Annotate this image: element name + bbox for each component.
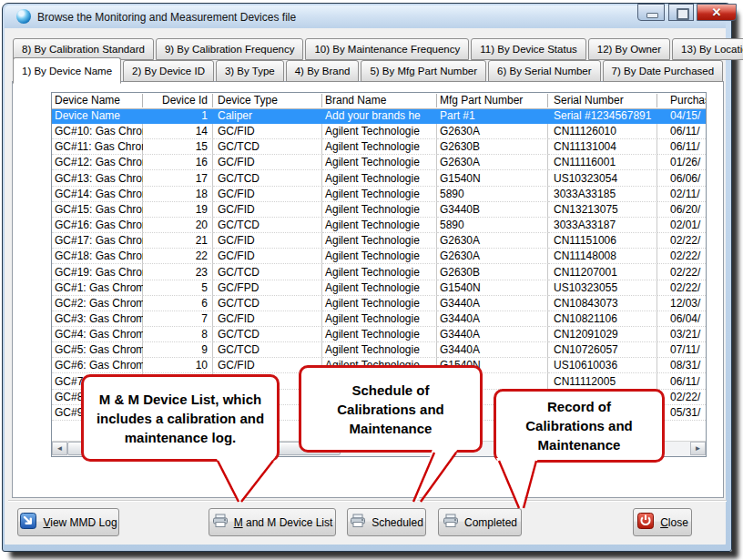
- table-cell: US10610036: [548, 358, 657, 373]
- table-cell: 02/22/: [657, 249, 707, 264]
- table-cell: 3033A33187: [548, 218, 657, 233]
- table-cell: Agilent Technologie: [322, 311, 437, 327]
- table-cell: 9: [143, 342, 213, 358]
- table-cell: Agilent Technologie: [322, 139, 437, 155]
- completed-label: Completed: [464, 516, 517, 529]
- table-cell: G3440A: [437, 311, 548, 327]
- table-cell: 6: [143, 296, 213, 311]
- column-header[interactable]: Purchased: [657, 93, 707, 108]
- table-cell: GC/FID: [213, 202, 322, 218]
- column-separator: [142, 94, 143, 107]
- table-cell: 02/22/: [657, 280, 707, 296]
- tab-9-by-calibration-frequency[interactable]: 9) By Calibration Frequency: [156, 38, 304, 60]
- table-cell: 21: [143, 233, 213, 249]
- table-row[interactable]: GC#18: Gas Chroma22GC/FIDAgilent Technol…: [52, 249, 707, 264]
- tab-10-by-maintenance-frequency[interactable]: 10) By Maintenance Frequency: [305, 38, 469, 60]
- window-title: Browse the Monitoring and Measurement De…: [37, 11, 296, 24]
- table-row[interactable]: GC#2: Gas Chromat6GC/TCDAgilent Technolo…: [52, 296, 707, 311]
- table-row[interactable]: GC#4: Gas Chromat8GC/TCDAgilent Technolo…: [52, 327, 707, 342]
- table-cell: 10: [143, 358, 213, 373]
- table-cell: GC#16: Gas Chroma: [52, 218, 143, 233]
- table-cell: GC/FID: [213, 311, 322, 327]
- table-cell: GC#6: Gas Chromat: [52, 358, 143, 373]
- table-cell: GC#4: Gas Chromat: [52, 327, 143, 342]
- close-button[interactable]: Close: [633, 508, 692, 536]
- table-cell: 18: [143, 187, 213, 202]
- table-cell: Agilent Technologie: [322, 218, 437, 233]
- table-row[interactable]: GC#19: Gas Chroma23GC/TCDAgilent Technol…: [52, 265, 707, 280]
- table-row[interactable]: GC#13: Gas Chroma17GC/TCDAgilent Technol…: [52, 171, 707, 187]
- table-cell: G2630A: [437, 155, 548, 170]
- column-header[interactable]: Serial Number: [548, 93, 657, 108]
- printer-icon: [212, 514, 229, 531]
- column-header[interactable]: Mfg Part Number: [437, 93, 548, 108]
- table-cell: GC#17: Gas Chroma: [52, 233, 143, 249]
- table-cell: Caliper: [213, 108, 322, 124]
- table-cell: GC#10: Gas Chroma: [52, 124, 143, 139]
- tab-12-by-owner[interactable]: 12) By Owner: [588, 38, 670, 60]
- table-cell: 23: [143, 265, 213, 280]
- table-cell: GC/FPD: [213, 280, 322, 296]
- column-header[interactable]: Device Type: [213, 93, 322, 108]
- table-cell: GC/TCD: [213, 296, 322, 311]
- table-row[interactable]: GC#1: Gas Chromat5GC/FPDAgilent Technolo…: [52, 280, 707, 296]
- tab-4-by-brand[interactable]: 4) By Brand: [286, 60, 360, 82]
- scroll-left-button[interactable]: ◄: [52, 442, 67, 455]
- table-cell: 8: [143, 327, 213, 342]
- table-cell: Agilent Technologie: [322, 124, 437, 139]
- table-cell: GC#15: Gas Chroma: [52, 202, 143, 218]
- table-cell: GC#14: Gas Chroma: [52, 187, 143, 202]
- table-row[interactable]: GC#15: Gas Chroma19GC/FIDAgilent Technol…: [52, 202, 707, 218]
- column-header[interactable]: Brand Name: [322, 93, 437, 108]
- view-mmd-log-button[interactable]: View MMD Log: [17, 508, 119, 536]
- table-cell: CN10843073: [548, 296, 657, 311]
- print-completed-button[interactable]: Completed: [438, 508, 522, 536]
- print-mm-device-list-button[interactable]: M and M Device List: [209, 508, 336, 536]
- table-cell: GC/TCD: [213, 139, 322, 155]
- table-cell: GC/TCD: [213, 171, 322, 187]
- table-cell: G3440A: [437, 327, 548, 342]
- table-row[interactable]: GC#12: Gas Chroma16GC/FIDAgilent Technol…: [52, 155, 707, 170]
- table-cell: 03/21/: [657, 327, 707, 342]
- tab-3-by-type[interactable]: 3) By Type: [216, 60, 284, 82]
- column-header[interactable]: Device Name: [52, 93, 143, 108]
- table-cell: GC/TCD: [213, 342, 322, 358]
- minimize-button[interactable]: [637, 4, 665, 21]
- table-cell: 1: [143, 108, 213, 124]
- scroll-right-button[interactable]: ►: [690, 442, 706, 455]
- print-scheduled-button[interactable]: Scheduled: [347, 508, 426, 536]
- table-cell: 12/03/: [657, 296, 707, 311]
- tab-11-by-device-status[interactable]: 11) By Device Status: [471, 38, 586, 60]
- table-cell: GC#18: Gas Chroma: [52, 249, 143, 264]
- table-cell: 3033A33185: [548, 187, 657, 202]
- tab-6-by-serial-number[interactable]: 6) By Serial Number: [488, 60, 601, 82]
- callout-device-list-text: M & M Device List, which includes a cali…: [97, 390, 264, 447]
- tab-1-by-device-name[interactable]: 1) By Device Name: [13, 57, 121, 84]
- table-cell: GC#11: Gas Chroma: [52, 139, 143, 155]
- maximize-button[interactable]: [668, 4, 694, 21]
- close-window-button[interactable]: ✕: [697, 4, 737, 21]
- table-cell: Agilent Technologie: [322, 202, 437, 218]
- tab-2-by-device-id[interactable]: 2) By Device ID: [123, 60, 214, 82]
- tab-7-by-date-purchased[interactable]: 7) By Date Purchased: [603, 60, 724, 82]
- tab-13-by-location[interactable]: 13) By Location: [672, 38, 743, 60]
- table-cell: G2630B: [437, 139, 548, 155]
- tab-row-upper: 8) By Calibration Standard9) By Calibrat…: [13, 38, 743, 60]
- table-row[interactable]: GC#16: Gas Chroma20GC/TCDAgilent Technol…: [52, 218, 707, 233]
- table-cell: G1540N: [437, 171, 548, 187]
- table-row[interactable]: GC#10: Gas Chroma14GC/FIDAgilent Technol…: [52, 124, 707, 139]
- title-bar[interactable]: Browse the Monitoring and Measurement De…: [5, 5, 726, 28]
- column-header[interactable]: Device Id: [143, 93, 213, 108]
- table-row[interactable]: GC#3: Gas Chromat7GC/FIDAgilent Technolo…: [52, 311, 707, 327]
- table-row[interactable]: GC#5: Gas Chromat9GC/TCDAgilent Technolo…: [52, 342, 707, 358]
- tab-5-by-mfg-part-number[interactable]: 5) By Mfg Part Number: [361, 60, 486, 82]
- table-row[interactable]: GC#11: Gas Chroma15GC/TCDAgilent Technol…: [52, 139, 707, 155]
- table-cell: GC/FID: [213, 233, 322, 249]
- table-row[interactable]: Device Name1CaliperAdd your brands hePar…: [52, 108, 707, 124]
- table-row[interactable]: GC#17: Gas Chroma21GC/FIDAgilent Technol…: [52, 233, 707, 249]
- table-cell: 06/04/: [657, 311, 707, 327]
- table-row[interactable]: GC#14: Gas Chroma18GC/FIDAgilent Technol…: [52, 187, 707, 202]
- table-cell: GC/FID: [213, 187, 322, 202]
- table-cell: Add your brands he: [322, 108, 437, 124]
- window: Browse the Monitoring and Measurement De…: [2, 3, 732, 552]
